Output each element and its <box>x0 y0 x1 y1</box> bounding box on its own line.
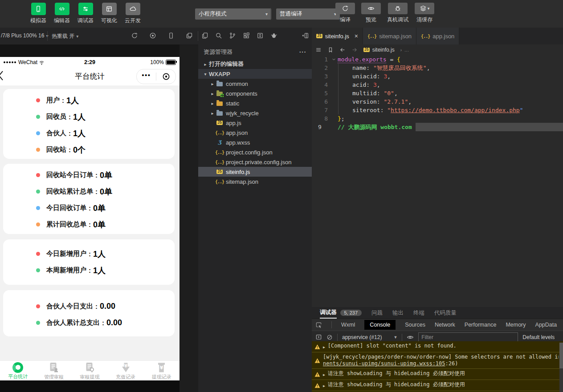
tab-sitemap.json[interactable]: {..}sitemap.json <box>363 28 416 44</box>
panel-tab-输出[interactable]: 输出 <box>392 307 404 319</box>
devtools-tab-Memory[interactable]: Memory <box>506 322 526 328</box>
tree-item-app.json[interactable]: {..}app.json <box>198 128 312 137</box>
action-button-refresh[interactable]: 编译 <box>335 3 355 24</box>
tree-item-sitemap.json[interactable]: {..}sitemap.json <box>198 177 312 186</box>
exit-button[interactable] <box>156 73 175 81</box>
code-text: acid: 3, <box>338 81 563 89</box>
device-selector[interactable]: /7/8 Plus 100% 16 ▾ <box>1 32 48 39</box>
expand-arrow-icon[interactable]: ▶ <box>323 372 325 378</box>
inspect-icon[interactable] <box>315 322 322 328</box>
tree-item-wjyk_recycle[interactable]: ▸wjyk_recycle <box>198 108 312 118</box>
phone-small-icon[interactable] <box>167 32 175 39</box>
tree-item-WXAPP[interactable]: ▾WXAPP <box>198 69 312 79</box>
action-button-layers[interactable]: ▾清缓存 <box>415 3 434 24</box>
phone-tab-平台统计[interactable]: 平台统计 <box>0 361 36 381</box>
toolbar-button-code[interactable]: 编辑器 <box>52 3 72 24</box>
toolbar-button-grid[interactable]: 可视化 <box>99 3 119 24</box>
search-icon[interactable] <box>215 32 222 39</box>
tab-siteinfo.js[interactable]: JSsiteinfo.js× <box>312 28 363 44</box>
devtools-tab-Console[interactable]: Console <box>364 320 396 330</box>
split-icon[interactable] <box>302 32 309 39</box>
close-icon[interactable]: × <box>355 32 358 40</box>
tree-item-components[interactable]: ▸components <box>198 89 312 98</box>
square-s-icon[interactable] <box>257 32 264 39</box>
fold-icon[interactable] <box>330 55 338 64</box>
devtools-tab-AppData[interactable]: AppData <box>535 322 557 328</box>
cascade-icon[interactable] <box>186 32 193 39</box>
tree-item-siteinfo.js[interactable]: JSsiteinfo.js <box>198 167 312 177</box>
toolbar-button-cloud[interactable]: 云开发 <box>123 3 143 24</box>
tree-item-app.wxss[interactable]: Ʒapp.wxss <box>198 137 312 147</box>
mode-dropdown[interactable]: 小程序模式 ▾ <box>195 8 271 20</box>
tree-item-project.private.config.json[interactable]: {..}project.private.config.json <box>198 157 312 167</box>
panel-tab-代码质量[interactable]: 代码质量 <box>434 307 457 319</box>
phone-tab-提现记录[interactable]: ¥提现记录 <box>143 361 180 381</box>
console-scrollbar[interactable] <box>559 343 563 392</box>
expand-arrow-icon[interactable]: ▶ <box>323 383 325 389</box>
chevron-down-icon[interactable]: ▾ <box>202 72 209 77</box>
json-glyph: {..} <box>215 150 224 155</box>
stat-label: 合伙人今日支出 <box>46 302 93 311</box>
fold-spacer <box>330 123 338 131</box>
breadcrumb-more[interactable]: ... <box>404 47 409 53</box>
live-expression-icon[interactable] <box>407 334 414 341</box>
console-sidebar-icon[interactable] <box>315 334 322 340</box>
source-link[interactable]: nents/sunui-upimg/sunui-upimg.wxss:105 <box>323 360 445 367</box>
execution-context-dropdown[interactable]: appservice (#12) ▼ <box>342 334 397 340</box>
tree-item-common[interactable]: ▸common <box>198 79 312 89</box>
tree-item-project.config.json[interactable]: {..}project.config.json <box>198 147 312 157</box>
token-punct: : <box>366 64 373 72</box>
devtools-tab-Performance[interactable]: Performance <box>465 322 497 328</box>
explorer-more-button[interactable]: ··· <box>299 48 306 55</box>
outline-icon[interactable] <box>315 47 322 53</box>
devtools-tab-Wxml[interactable]: Wxml <box>341 322 355 328</box>
chevron-right-icon[interactable]: ▸ <box>202 62 209 67</box>
panel-tab-调试器[interactable]: 调试器5, 237 <box>320 307 362 319</box>
code-area[interactable]: 1module.exports = {2name: "智慧废品回收系统",3un… <box>312 55 563 307</box>
panel-tab-bar: 调试器5, 237问题输出终端代码质量 <box>312 307 563 319</box>
chevron-right-icon[interactable]: ▸ <box>209 91 216 96</box>
console-warning-row[interactable]: [wjyk_recycle/pages/order-now/order-now]… <box>312 352 563 369</box>
breadcrumb-file[interactable]: siteinfo.js <box>372 47 395 53</box>
toolbar-button-phone[interactable]: 模拟器 <box>29 3 48 24</box>
chevron-right-icon[interactable]: ▸ <box>209 101 216 106</box>
filter-input[interactable] <box>418 332 518 342</box>
phone-tab-label: 管理审核 <box>44 374 64 380</box>
action-button-eye[interactable]: 预览 <box>361 3 381 24</box>
console-warning-row[interactable]: ▶请注意 showLoading 与 hideLoading 必须配对使用 <box>312 369 563 380</box>
chevron-right-icon[interactable]: ▸ <box>209 81 216 86</box>
stats-card-users: 用户:1人回收员:1人合伙人:1人回收站:0个 <box>3 89 175 159</box>
record-icon[interactable] <box>149 32 156 39</box>
back-history-icon[interactable] <box>339 47 346 53</box>
compile-mode-dropdown[interactable]: 普通编译 ▾ <box>276 8 340 20</box>
stat-colon: : <box>69 146 71 154</box>
devtools-tab-Network[interactable]: Network <box>435 322 455 328</box>
tree-item-app.js[interactable]: JSapp.js <box>198 118 312 128</box>
refresh-icon[interactable] <box>131 32 138 39</box>
tab-app.json[interactable]: {..}app.json <box>416 28 459 44</box>
tree-item-static[interactable]: ▸static <box>198 98 312 108</box>
clear-console-icon[interactable] <box>326 334 333 340</box>
chevron-right-icon[interactable]: ▸ <box>209 111 216 116</box>
devtools-tab-Sources[interactable]: Sources <box>405 322 425 328</box>
hot-reload-toggle[interactable]: 热重载 开 ▾ <box>52 32 78 40</box>
phone-tab-管理审核[interactable]: 管理审核 <box>36 361 72 381</box>
more-menu-button[interactable]: ••• <box>137 73 156 80</box>
console-warning-row[interactable]: ▶请注意 showLoading 与 hideLoading 必须配对使用 <box>312 380 563 391</box>
tree-item-打开的编辑器[interactable]: ▸打开的编辑器 <box>198 59 312 69</box>
panel-tab-终端[interactable]: 终端 <box>413 307 424 319</box>
expand-arrow-icon[interactable]: ▶ <box>323 344 325 351</box>
phone-tab-审核提现[interactable]: 审核提现 <box>72 361 108 381</box>
copy-icon[interactable] <box>201 32 208 39</box>
blocks-icon[interactable] <box>243 32 250 39</box>
action-button-bug[interactable]: 真机调试 <box>387 3 408 24</box>
phone-tab-充值记录[interactable]: ¥充值记录 <box>108 361 144 381</box>
panel-tab-问题[interactable]: 问题 <box>371 307 383 319</box>
log-level-dropdown[interactable]: Default levels <box>522 334 555 340</box>
bookmark-icon[interactable] <box>327 47 334 53</box>
teapot-icon[interactable] <box>270 32 277 39</box>
branch-icon[interactable] <box>229 32 236 39</box>
console-warning-row[interactable]: ▶[Component] slot "content" is not found… <box>312 341 563 352</box>
forward-history-icon[interactable] <box>351 47 358 53</box>
toolbar-button-tune[interactable]: 调试器 <box>76 3 95 24</box>
